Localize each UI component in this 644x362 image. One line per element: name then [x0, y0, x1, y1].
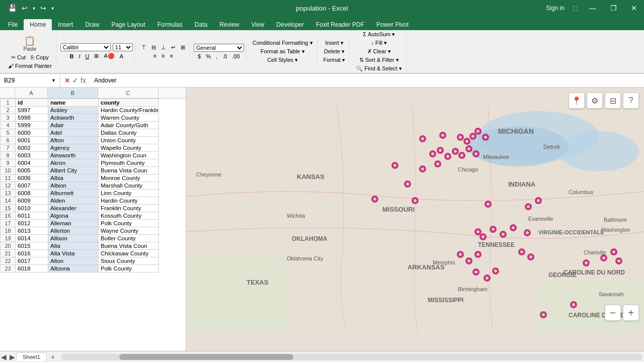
cell-id[interactable]: 6010	[16, 205, 48, 212]
cell-name[interactable]: Albert City	[48, 167, 99, 174]
cell-name[interactable]: Ackworth	[48, 114, 99, 122]
undo-dropdown-btn[interactable]: ▾	[31, 5, 37, 12]
cell-county[interactable]: Butler County	[99, 235, 159, 242]
map-settings-btn[interactable]: ⚙	[587, 93, 603, 109]
cell-name[interactable]: Albia	[48, 174, 99, 182]
cell-name[interactable]: Ackley	[48, 107, 99, 114]
cell-id[interactable]: 5999	[16, 122, 48, 129]
cell-id[interactable]: 6007	[16, 182, 48, 190]
cell-county[interactable]: Buena Vista Coun	[99, 167, 159, 174]
cell-name[interactable]: Alburnett	[48, 190, 99, 197]
cell-id[interactable]: 5998	[16, 114, 48, 122]
redo-btn[interactable]: ↪	[38, 3, 48, 13]
align-mid-btn[interactable]: ⊟	[149, 44, 158, 51]
cell-county[interactable]: Linn County	[99, 190, 159, 197]
align-bottom-btn[interactable]: ⊥	[159, 44, 168, 51]
col-header-a[interactable]: A	[15, 87, 48, 98]
align-right-btn[interactable]: ≡	[168, 52, 175, 59]
font-color-btn[interactable]: A	[118, 52, 125, 60]
cell-name[interactable]: Alden	[48, 197, 99, 205]
cell-id[interactable]: 6012	[16, 220, 48, 227]
align-top-btn[interactable]: ⊤	[139, 44, 148, 51]
col-header-c[interactable]: C	[98, 87, 158, 98]
tab-home[interactable]: Home	[24, 19, 52, 30]
dec-inc-btn[interactable]: .0	[220, 53, 229, 60]
paste-btn[interactable]: 📋 Paste	[21, 34, 40, 53]
tab-review[interactable]: Review	[213, 19, 245, 30]
cell-name[interactable]: Agency	[48, 144, 99, 152]
cell-county[interactable]: Monroe County	[99, 174, 159, 182]
font-family-select[interactable]: Calibri	[60, 43, 111, 51]
cell-name[interactable]: Alexander	[48, 205, 99, 212]
delete-cells-btn[interactable]: Delete ▾	[322, 48, 347, 55]
cell-name[interactable]: Allison	[48, 235, 99, 242]
bold-btn[interactable]: B	[67, 52, 75, 60]
formula-input[interactable]	[90, 77, 644, 84]
qa-dropdown-btn[interactable]: ▾	[49, 5, 56, 12]
autosum-btn[interactable]: Σ AutoSum ▾	[361, 31, 397, 38]
cell-id[interactable]: id	[16, 99, 48, 107]
cell-name[interactable]: Allerton	[48, 227, 99, 235]
cell-county[interactable]: Warren County	[99, 114, 159, 122]
sign-in-link[interactable]: Sign in	[546, 5, 565, 12]
cell-county[interactable]: Plymouth County	[99, 159, 159, 167]
cell-id[interactable]: 6001	[16, 137, 48, 144]
cell-id[interactable]: 5997	[16, 107, 48, 114]
sheet-scroll-right-btn[interactable]: ▶	[9, 352, 16, 362]
cell-county[interactable]: county	[99, 99, 159, 107]
map-help-btn[interactable]: ?	[623, 93, 639, 109]
confirm-formula-btn[interactable]: ✓	[72, 76, 78, 84]
horizontal-scrollbar-thumb[interactable]	[119, 354, 293, 360]
tab-developer[interactable]: Developer	[270, 19, 310, 30]
cell-name[interactable]: Adair	[48, 122, 99, 129]
cut-btn[interactable]: ✂ Cut	[9, 54, 28, 61]
cell-name[interactable]: Alleman	[48, 220, 99, 227]
format-painter-btn[interactable]: 🖌 Format Painter	[6, 62, 54, 69]
format-cells-btn[interactable]: Format ▾	[321, 56, 348, 64]
cell-name[interactable]: Algona	[48, 212, 99, 220]
cell-id[interactable]: 6004	[16, 159, 48, 167]
minimize-btn[interactable]: —	[586, 3, 599, 13]
cell-name[interactable]: Altoona	[48, 265, 99, 273]
cell-county[interactable]: Chickasaw County	[99, 250, 159, 257]
fill-color-btn[interactable]: A🔴	[102, 52, 116, 60]
fill-btn[interactable]: ↓ Fill ▾	[369, 39, 389, 47]
wrap-btn[interactable]: ↵	[169, 44, 178, 51]
cell-name[interactable]: Akron	[48, 159, 99, 167]
cell-county[interactable]: Polk County	[99, 220, 159, 227]
tab-data[interactable]: Data	[189, 19, 213, 30]
cell-id[interactable]: 6002	[16, 144, 48, 152]
tab-power-pivot[interactable]: Power Pivot	[370, 19, 415, 30]
cell-id[interactable]: 6008	[16, 190, 48, 197]
cell-id[interactable]: 6006	[16, 174, 48, 182]
ribbon-display-btn[interactable]: ⬚	[573, 5, 578, 12]
sheet-scroll-left-btn[interactable]: ◀	[0, 352, 8, 362]
zoom-out-btn[interactable]: −	[605, 305, 621, 321]
font-size-select[interactable]: 11	[113, 43, 133, 51]
align-left-btn[interactable]: ≡	[151, 52, 158, 59]
cell-name[interactable]: Afton	[48, 137, 99, 144]
cell-county[interactable]: Wayne County	[99, 227, 159, 235]
save-btn[interactable]: 💾	[6, 3, 19, 13]
cell-county[interactable]: Union County	[99, 137, 159, 144]
merge-btn[interactable]: ⊞	[179, 44, 187, 51]
sort-filter-btn[interactable]: ⇅ Sort & Filter ▾	[357, 56, 401, 64]
dec-dec-btn[interactable]: .00	[230, 53, 242, 60]
tab-view[interactable]: View	[246, 19, 271, 30]
cell-county[interactable]: Hardin County/Franklin County	[99, 107, 159, 114]
cell-styles-btn[interactable]: Cell Styles ▾	[265, 56, 300, 64]
cell-county[interactable]: Wapello County	[99, 144, 159, 152]
cell-county[interactable]: Polk County	[99, 265, 159, 273]
cell-name[interactable]: Ainsworth	[48, 152, 99, 159]
cell-id[interactable]: 6013	[16, 227, 48, 235]
italic-btn[interactable]: I	[76, 52, 82, 60]
tab-draw[interactable]: Draw	[79, 19, 105, 30]
horizontal-scrollbar[interactable]	[61, 354, 642, 360]
cell-county[interactable]: Franklin County	[99, 205, 159, 212]
sheet1-tab[interactable]: Sheet1	[16, 352, 47, 361]
percent-btn[interactable]: %	[204, 53, 213, 60]
col-header-b[interactable]: B	[48, 87, 98, 98]
copy-btn[interactable]: ⎘ Copy	[29, 54, 51, 61]
cell-id[interactable]: 6015	[16, 242, 48, 250]
cell-county[interactable]: Washington Coun	[99, 152, 159, 159]
